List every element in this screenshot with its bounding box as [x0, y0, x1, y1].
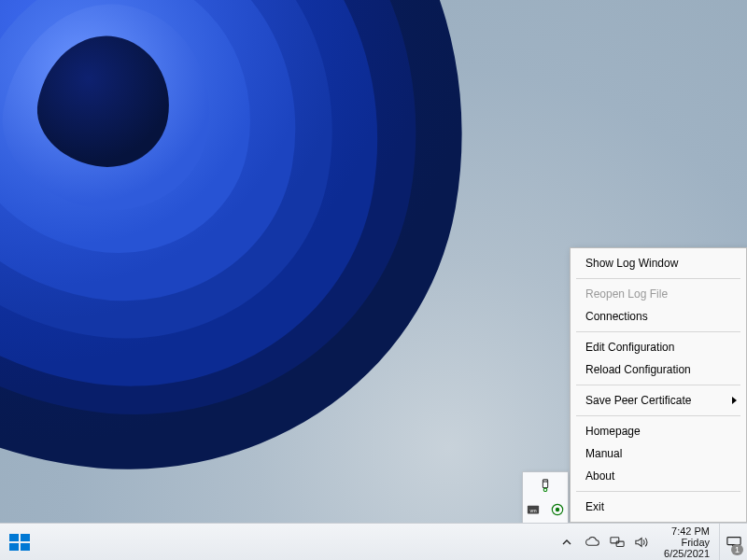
onedrive-cloud-icon[interactable] [585, 535, 599, 550]
tray-overflow-popup: vm [522, 471, 569, 524]
notification-badge: 1 [731, 544, 743, 555]
stunnel-tray-icon[interactable] [550, 502, 565, 517]
svg-rect-0 [543, 480, 547, 488]
svg-point-3 [543, 488, 547, 492]
windows-logo-icon [9, 534, 30, 551]
svg-rect-8 [611, 537, 619, 542]
menu-separator [576, 278, 740, 279]
network-icon[interactable] [610, 535, 625, 550]
menu-manual[interactable]: Manual [571, 442, 746, 465]
menu-edit-configuration[interactable]: Edit Configuration [571, 336, 746, 358]
svg-rect-1 [543, 481, 544, 483]
taskbar-clock[interactable]: 7:42 PM Friday 6/25/2021 [660, 525, 713, 559]
vm-tools-icon[interactable]: vm [526, 502, 541, 517]
menu-show-log-window[interactable]: Show Log Window [571, 252, 746, 274]
menu-homepage[interactable]: Homepage [571, 420, 746, 442]
svg-rect-2 [545, 481, 546, 483]
clock-time: 7:42 PM [664, 525, 710, 537]
svg-text:vm: vm [530, 508, 538, 513]
menu-item-label: Save Peer Certificate [585, 394, 691, 407]
volume-icon[interactable] [635, 535, 650, 550]
menu-about[interactable]: About [571, 465, 746, 487]
svg-rect-10 [726, 537, 740, 544]
chevron-right-icon [732, 397, 737, 404]
start-button[interactable] [0, 534, 39, 551]
clock-day: Friday [664, 537, 710, 548]
svg-rect-9 [616, 541, 624, 546]
action-center-button[interactable]: 1 [719, 524, 747, 561]
tray-context-menu: Show Log Window Reopen Log File Connecti… [570, 247, 747, 523]
menu-reload-configuration[interactable]: Reload Configuration [571, 358, 746, 381]
menu-separator [576, 491, 740, 492]
tray-overflow-chevron-up-icon[interactable] [559, 535, 574, 550]
taskbar: 7:42 PM Friday 6/25/2021 1 [0, 523, 747, 560]
menu-reopen-log-file: Reopen Log File [571, 283, 746, 305]
system-tray: 7:42 PM Friday 6/25/2021 [559, 525, 719, 559]
menu-separator [576, 331, 740, 332]
wallpaper-bloom [0, 0, 523, 523]
menu-connections[interactable]: Connections [571, 305, 746, 328]
clock-date: 6/25/2021 [664, 548, 710, 559]
menu-save-peer-certificate[interactable]: Save Peer Certificate [571, 389, 746, 412]
usb-eject-icon[interactable] [538, 478, 553, 493]
menu-separator [576, 385, 740, 385]
menu-separator [576, 415, 740, 416]
svg-point-7 [556, 508, 559, 511]
menu-exit[interactable]: Exit [571, 496, 746, 518]
